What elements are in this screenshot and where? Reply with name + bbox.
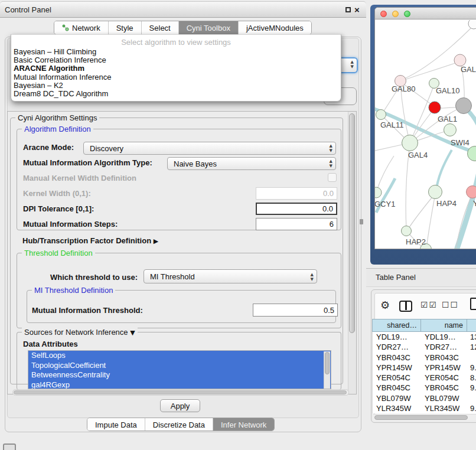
mi-threshold-input[interactable]: 0.5	[253, 304, 338, 317]
table-row[interactable]: YPR145WYPR145W9.	[373, 363, 476, 373]
dropdown-item-mutual-information[interactable]: Mutual Information Inference	[11, 73, 341, 81]
apply-button[interactable]: Apply	[160, 399, 200, 412]
label-gal-partial: GAL	[461, 65, 476, 74]
node-gray[interactable]	[456, 98, 472, 114]
cyni-algorithm-settings-group: Cyni Algorithm Settings Algorithm Defini…	[10, 118, 343, 384]
network-graph: GAL GAL80 GAL10 GAL1 GAL11 GAL4 SWI4 GCY…	[375, 20, 476, 249]
gear-icon[interactable]: ⚙	[380, 298, 390, 312]
hub-section-toggle[interactable]: Hub/Transcription Factor Definition ▶	[22, 236, 158, 245]
node-hap4[interactable]	[429, 185, 442, 199]
dropdown-item-bayesian-hill-climbing[interactable]: Bayesian – Hill Climbing	[11, 48, 341, 56]
float-window-icon[interactable]	[345, 7, 351, 12]
column-header-name[interactable]: name	[421, 319, 467, 331]
attribute-betweennesscentrality[interactable]: BetweennessCentrality	[28, 370, 331, 380]
aracne-mode-combobox[interactable]: Discovery ▲▼	[83, 142, 336, 155]
select-all-checkboxes-icon[interactable]: ☑☑	[420, 300, 438, 309]
tab-discretize-data[interactable]: Discretize Data	[145, 418, 213, 431]
bottom-tabbar: Impute Data Discretize Data Infer Networ…	[87, 418, 275, 431]
dropdown-item-basic-correlation[interactable]: Basic Correlation Inference	[11, 56, 341, 64]
network-window-titlebar[interactable]	[375, 8, 476, 19]
table-row[interactable]: YBR045CYBR045C9.	[373, 383, 476, 393]
stepper-icon: ▲▼	[330, 159, 332, 168]
stepper-icon: ▲▼	[311, 272, 314, 282]
mi-steps-input[interactable]: 6	[256, 218, 337, 230]
node-y-partial[interactable]	[467, 186, 476, 198]
network-node-labels: GAL GAL80 GAL10 GAL1 GAL11 GAL4 SWI4 GCY…	[375, 65, 476, 246]
panel-resize-handle[interactable]	[360, 219, 363, 224]
dropdown-item-bayesian-k2[interactable]: Bayesian – K2	[11, 81, 341, 90]
column-header-shared[interactable]: shared…	[373, 319, 421, 331]
label-hap4: HAP4	[436, 199, 457, 208]
mi-threshold-definition-group: MI Threshold Definition Mutual Informati…	[27, 290, 336, 323]
table-row[interactable]: YBL079WYBL079W	[373, 393, 476, 403]
node-gal1[interactable]	[444, 124, 457, 136]
table-horizontal-scrollbar-thumb[interactable]	[374, 415, 468, 420]
network-canvas[interactable]: GAL GAL80 GAL10 GAL1 GAL11 GAL4 SWI4 GCY…	[375, 20, 476, 249]
tab-style[interactable]: Style	[109, 21, 142, 34]
threshold-definition-group: Threshold Definition Which threshold to …	[17, 253, 341, 328]
table-row[interactable]: YDL19…YDL19…13	[373, 332, 476, 342]
node-unlabeled[interactable]	[468, 20, 476, 29]
tab-cyni-toolbox[interactable]: Cyni Toolbox	[179, 21, 239, 34]
horizontal-scrollbar-thumb[interactable]	[14, 390, 347, 394]
tab-network[interactable]: Network	[54, 21, 109, 34]
which-threshold-combobox[interactable]: MI Threshold ▲▼	[144, 269, 317, 283]
dropdown-prompt: Select algorithm to view settings	[11, 35, 341, 48]
list-scrollbar[interactable]	[324, 351, 330, 389]
sources-title[interactable]: Sources for Network Inference ▼	[22, 328, 138, 337]
minimize-traffic-light-icon[interactable]	[392, 11, 399, 17]
kernel-width-label: Kernel Width (0,1):	[23, 189, 91, 198]
deselect-all-checkboxes-icon[interactable]: ☐☐	[442, 300, 459, 309]
mi-threshold-definition-title: MI Threshold Definition	[32, 286, 115, 295]
label-gal1: GAL1	[438, 115, 457, 123]
label-gal11: GAL11	[380, 120, 404, 129]
dpi-tolerance-input[interactable]: 0.0	[256, 203, 337, 215]
node-red-selected[interactable]	[429, 102, 441, 113]
tab-jactivemnodules[interactable]: jActiveMNodules	[239, 21, 311, 34]
node-gal-partial[interactable]	[454, 54, 466, 66]
mi-algorithm-type-combobox[interactable]: Naive Bayes ▲▼	[167, 157, 336, 170]
tab-impute-data[interactable]: Impute Data	[87, 418, 145, 431]
mi-algorithm-type-label: Mutual Information Algorithm Type:	[23, 158, 152, 167]
horizontal-scrollbar[interactable]	[12, 389, 349, 396]
zoom-traffic-light-icon[interactable]	[404, 11, 410, 17]
network-nodes	[375, 20, 476, 249]
attribute-gal4rgexp[interactable]: gal4RGexp	[28, 380, 331, 390]
table-body: YDL19…YDL19…13 YDR27…YDR27…12 YBR043CYBR…	[372, 332, 476, 413]
node-hap2[interactable]	[402, 226, 412, 236]
table-row[interactable]: YER054CYER054C8.	[373, 373, 476, 383]
stepper-icon: ▲▼	[351, 60, 354, 69]
table-row[interactable]: YDR27…YDR27…12	[373, 342, 476, 352]
vertical-scrollbar[interactable]	[348, 112, 356, 394]
minimized-panel-icon[interactable]	[3, 444, 16, 450]
node-gal4[interactable]	[402, 135, 418, 151]
tab-network-label: Network	[72, 24, 100, 32]
label-gcy1: GCY1	[375, 200, 395, 208]
close-traffic-light-icon[interactable]	[380, 11, 387, 17]
column-layout-icon[interactable]	[399, 301, 412, 312]
collapsed-arrow-icon: ▶	[154, 237, 158, 245]
table-row[interactable]: YLR345WYLR345W9.	[373, 403, 476, 413]
close-icon[interactable]: ×	[354, 4, 360, 17]
table-horizontal-scrollbar[interactable]	[373, 414, 476, 420]
vertical-scrollbar-thumb[interactable]	[349, 113, 355, 333]
column-header-clipped[interactable]	[467, 319, 476, 331]
control-panel-tabbar: Network Style Select Cyni Toolbox jActiv…	[54, 21, 312, 35]
node-gal11[interactable]	[376, 110, 386, 120]
node-gcy1[interactable]	[375, 187, 382, 198]
algorithm-definition-title: Algorithm Definition	[22, 125, 93, 133]
dropdown-item-dream8[interactable]: Dream8 DC_TDC Algorithm	[11, 90, 341, 98]
control-panel-titlebar: Control Panel ×	[0, 1, 366, 18]
tab-select[interactable]: Select	[142, 21, 179, 34]
control-panel-title: Control Panel	[5, 2, 51, 18]
dropdown-item-aracne[interactable]: ARACNE Algorithm	[11, 64, 341, 73]
label-swi4: SWI4	[451, 138, 470, 147]
list-scrollbar-thumb[interactable]	[325, 352, 330, 374]
cyni-algorithm-settings-title: Cyni Algorithm Settings	[15, 113, 99, 122]
document-icon[interactable]	[470, 298, 476, 310]
table-row[interactable]: YBR043CYBR043C	[373, 353, 476, 363]
tab-infer-network[interactable]: Infer Network	[213, 418, 274, 431]
attribute-topologicalcoefficient[interactable]: TopologicalCoefficient	[28, 361, 331, 371]
kernel-width-input: 0.0	[256, 187, 337, 200]
attribute-selfloops[interactable]: SelfLoops	[28, 351, 331, 361]
